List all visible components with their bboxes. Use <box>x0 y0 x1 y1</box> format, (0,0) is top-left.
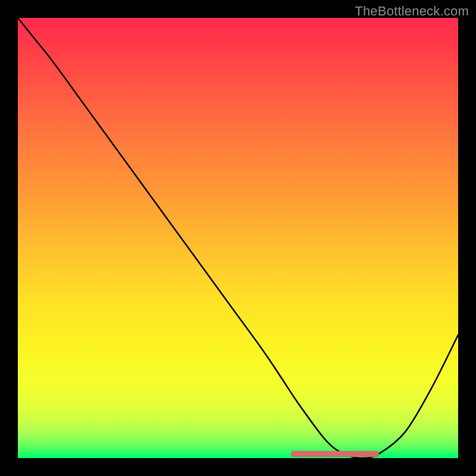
bottleneck-curve <box>18 18 458 458</box>
curve-path <box>18 18 458 458</box>
plot-area <box>18 18 458 458</box>
watermark-text: TheBottleneck.com <box>355 4 469 19</box>
optimal-range-marker <box>291 451 379 457</box>
chart-container: TheBottleneck.com <box>0 0 476 476</box>
